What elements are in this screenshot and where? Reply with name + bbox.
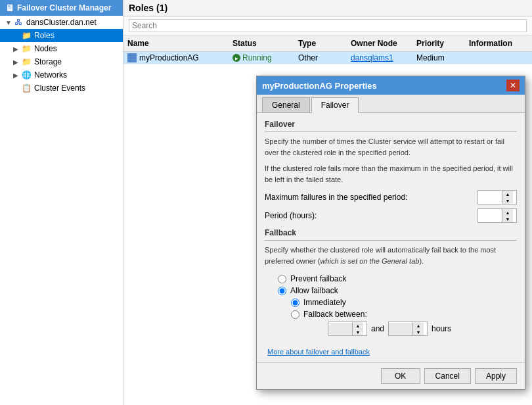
failback-between-radio[interactable] [291,310,299,319]
period-input[interactable]: 6 [478,210,502,222]
cluster-label: dansCluster.dan.net [26,18,97,27]
col-header-type: Type [294,37,347,49]
failback-to-btns: ▲ ▼ [412,322,424,335]
immediately-label: Immediately [303,298,346,307]
max-failures-row: Maximum failures in the specified period… [265,190,517,204]
allow-failback-row: Allow failback [265,286,517,295]
failback-from-spinner: 0 ▲ ▼ [328,322,367,336]
failback-between-label: Failback between: [303,310,367,319]
allow-failback-radio[interactable] [278,287,286,295]
fallback-radio-group: Prevent failback Allow failback Immediat… [265,272,517,341]
failback-to-input[interactable]: 0 [389,323,412,335]
max-failures-input[interactable]: 3 [478,191,502,203]
tab-failover[interactable]: Failover [311,97,359,113]
search-bar [123,16,532,36]
table-row[interactable]: myProductionAG Running Other dansqlams1 … [123,52,532,64]
app-title: Failover Cluster Manager [17,3,111,12]
close-button[interactable]: ✕ [506,80,520,91]
sidebar-item-cluster[interactable]: ▼ 🖧 dansCluster.dan.net [0,16,123,29]
max-failures-up-btn[interactable]: ▲ [502,191,513,197]
fallback-desc-italic: which is set on the General tab [320,257,419,265]
prevent-failback-radio[interactable] [278,275,286,283]
failover-desc1: Specify the number of times the Cluster … [265,136,517,158]
prevent-failback-row: Prevent failback [265,274,517,283]
period-row: Period (hours): 6 ▲ ▼ [265,208,517,223]
sidebar-item-networks[interactable]: ▶ 🌐 Networks [0,68,123,82]
period-label: Period (hours): [265,211,477,220]
table-header: Name Status Type Owner Node Priority Inf… [123,36,532,52]
period-spinner: 6 ▲ ▼ [477,208,517,223]
tab-general[interactable]: General [262,97,310,112]
max-failures-down-btn[interactable]: ▼ [502,197,513,204]
roles-icon: 📁 [21,30,32,41]
failback-to-up-btn[interactable]: ▲ [413,322,424,329]
panel-title: Roles (1) [123,0,532,16]
apply-button[interactable]: Apply [475,368,517,384]
failback-from-input[interactable]: 0 [328,323,352,335]
dialog-footer: OK Cancel Apply [257,362,525,389]
sidebar-item-nodes[interactable]: ▶ 📁 Nodes [0,42,123,55]
section-divider2 [265,240,517,241]
dialog-titlebar: myProductionAG Properties ✕ [257,76,525,95]
more-info-link[interactable]: More about failover and fallback [265,348,517,356]
col-header-status: Status [229,37,294,49]
nodes-icon: 📁 [21,43,32,54]
failback-between-row: Failback between: [291,310,517,319]
immediately-row: Immediately [291,298,517,307]
search-input[interactable] [129,19,527,32]
max-failures-spinner: 3 ▲ ▼ [477,190,517,204]
ok-button[interactable]: OK [381,368,420,384]
failback-values-row: 0 ▲ ▼ and 0 ▲ ▼ [291,322,517,336]
tab-content-failover: Failover Specify the number of times the… [257,113,525,362]
chevron-icon: ▶ [13,45,21,53]
role-icon [127,53,137,62]
tab-bar: General Failover [257,95,525,113]
dialog-title: myProductionAG Properties [262,81,377,91]
app-icon: 🖥 [5,3,14,13]
failback-from-down-btn[interactable]: ▼ [353,329,363,335]
max-failures-label: Maximum failures in the specified period… [265,193,477,202]
status-icon [233,54,240,62]
col-header-priority: Priority [412,37,465,49]
immediately-radio[interactable] [291,298,299,307]
chevron-icon: ▼ [5,19,13,26]
period-spinner-btns: ▲ ▼ [502,209,513,222]
row-name-cell: myProductionAG [123,52,229,64]
sidebar: 🖥 Failover Cluster Manager ▼ 🖧 dansClust… [0,0,123,405]
sidebar-item-label: Cluster Events [34,83,85,93]
sidebar-item-cluster-events[interactable]: 📋 Cluster Events [0,82,123,95]
col-header-owner: Owner Node [347,37,412,49]
failback-from-btns: ▲ ▼ [352,322,363,335]
allow-failback-label: Allow failback [290,286,338,295]
col-header-name: Name [123,37,229,49]
period-down-btn[interactable]: ▼ [502,216,513,222]
row-priority: Medium [412,52,465,64]
failback-from-up-btn[interactable]: ▲ [353,322,363,329]
row-info [465,57,532,59]
failover-section-title: Failover [265,120,517,129]
chevron-icon: ▶ [13,72,21,79]
max-failures-spinner-btns: ▲ ▼ [502,191,513,204]
sub-radio-group: Immediately Failback between: 0 ▲ ▼ [265,298,517,336]
networks-icon: 🌐 [21,70,32,80]
section-divider [265,131,517,132]
events-icon: 📋 [21,83,32,93]
sidebar-item-roles[interactable]: 📁 Roles [0,29,123,42]
storage-icon: 📁 [21,57,32,67]
dialog-body: General Failover Failover Specify the nu… [257,95,525,362]
cancel-button[interactable]: Cancel [424,368,471,384]
row-owner: dansqlams1 [347,52,412,64]
sidebar-item-label: Nodes [34,44,57,53]
period-up-btn[interactable]: ▲ [502,209,513,216]
chevron-icon: ▶ [13,59,21,66]
failback-to-spinner: 0 ▲ ▼ [388,322,428,336]
failback-and-label: and [371,324,384,333]
sidebar-item-storage[interactable]: ▶ 📁 Storage [0,55,123,68]
failback-to-down-btn[interactable]: ▼ [413,329,424,335]
prevent-failback-label: Prevent failback [290,274,346,283]
failback-hours-label: hours [432,324,451,333]
fallback-section-title: Fallback [265,228,517,237]
col-header-info: Information [465,37,532,49]
sidebar-item-label: Networks [34,70,67,80]
sidebar-item-label: Roles [34,31,55,40]
